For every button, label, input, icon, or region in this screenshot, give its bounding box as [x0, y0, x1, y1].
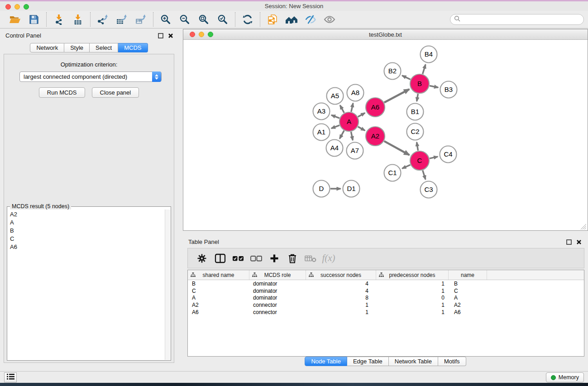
save-floppy-icon[interactable]	[24, 12, 43, 27]
table-row[interactable]: Cdominator41C	[188, 287, 584, 295]
table-cell[interactable]: C	[188, 288, 249, 294]
network-window-titlebar[interactable]: testGlobe.txt	[183, 29, 588, 40]
column-header-MCDS-role[interactable]: MCDS role	[249, 270, 306, 280]
export-table-icon[interactable]	[112, 12, 131, 27]
graph-edge-A-A7[interactable]	[351, 132, 353, 140]
table-cell[interactable]: 1	[306, 309, 376, 315]
tab-network[interactable]: Network	[30, 43, 64, 52]
mcds-result-item[interactable]: A6	[8, 243, 164, 251]
graph-edge-A-A4[interactable]	[339, 131, 344, 139]
table-cell[interactable]: A	[449, 295, 487, 301]
mcds-result-item[interactable]: B	[8, 226, 164, 234]
delete-column-icon[interactable]	[286, 250, 299, 267]
graph-edge-B-B2[interactable]	[402, 76, 410, 80]
table-cell[interactable]: dominator	[249, 295, 306, 301]
column-header-name[interactable]: name	[449, 270, 487, 280]
table-cell[interactable]: 0	[376, 295, 449, 301]
table-row[interactable]: Adominator80A	[188, 295, 584, 302]
graph-edge-B-B3[interactable]	[430, 86, 438, 87]
import-table-icon[interactable]	[68, 12, 87, 27]
zoom-selected-icon[interactable]	[213, 12, 232, 27]
close-table-panel-icon[interactable]	[576, 238, 582, 247]
float-panel-icon[interactable]	[158, 32, 163, 40]
tab-motifs[interactable]: Motifs	[438, 357, 466, 366]
tab-node-table[interactable]: Node Table	[305, 357, 347, 366]
graph-edge-C-C2[interactable]	[417, 142, 418, 151]
graph-edge-A2-C[interactable]	[384, 141, 410, 155]
table-cell[interactable]: 1	[376, 302, 449, 308]
mcds-result-item[interactable]: A2	[8, 210, 164, 218]
table-cell[interactable]: connector	[249, 309, 306, 315]
column-chooser-icon[interactable]	[213, 250, 227, 267]
graph-edge-A-A8[interactable]	[351, 103, 353, 112]
open-folder-icon[interactable]	[5, 12, 24, 27]
tab-select[interactable]: Select	[90, 43, 118, 52]
settings-gear-icon[interactable]	[195, 250, 209, 267]
table-row[interactable]: A6connector11A6	[188, 309, 584, 316]
eye-icon[interactable]	[320, 12, 339, 27]
graph-edge-C-C4[interactable]	[430, 157, 438, 158]
table-cell[interactable]: dominator	[249, 281, 306, 287]
column-header-shared-name[interactable]: shared name	[188, 270, 249, 280]
graph-edge-A-A1[interactable]	[331, 125, 339, 129]
houses-icon[interactable]	[282, 12, 301, 27]
import-network-icon[interactable]	[49, 12, 68, 27]
zoom-in-icon[interactable]	[156, 12, 175, 27]
tab-edge-table[interactable]: Edge Table	[347, 357, 389, 366]
table-cell[interactable]: 1	[306, 302, 376, 308]
table-cell[interactable]: A6	[188, 309, 249, 315]
deselect-all-icon[interactable]	[249, 250, 263, 267]
graph-edge-B-B4[interactable]	[423, 64, 425, 74]
graph-edge-A-A3[interactable]	[331, 115, 339, 118]
search-box[interactable]	[450, 14, 584, 25]
zoom-out-icon[interactable]	[175, 12, 194, 27]
table-cell[interactable]: 4	[306, 281, 376, 287]
column-header-predecessor-nodes[interactable]: predecessor nodes	[376, 270, 449, 280]
close-panel-button[interactable]: Close panel	[92, 87, 139, 98]
export-image-icon[interactable]	[131, 12, 150, 27]
mcds-result-item[interactable]: A	[8, 218, 164, 226]
graph-edge-C-C1[interactable]	[402, 165, 410, 168]
task-history-button[interactable]	[4, 372, 17, 382]
table-cell[interactable]: 1	[376, 288, 449, 294]
tab-network-table[interactable]: Network Table	[389, 357, 438, 366]
search-input[interactable]	[463, 16, 583, 23]
table-row[interactable]: A2connector11A2	[188, 301, 584, 309]
graph-edge-A6-B[interactable]	[384, 89, 409, 102]
run-mcds-button[interactable]: Run MCDS	[39, 87, 85, 98]
criterion-dropdown[interactable]: largest connected component (directed)	[19, 71, 162, 82]
table-cell[interactable]: C	[449, 288, 487, 294]
eye-slash-icon[interactable]	[301, 12, 320, 27]
network-canvas[interactable]: B4B2BB3A8A5A6A3B1AA1C2A2A4A7C4CC1C3DD1	[183, 40, 588, 230]
table-cell[interactable]: 1	[376, 281, 449, 287]
table-cell[interactable]: B	[188, 281, 249, 287]
table-cell[interactable]: B	[449, 281, 487, 287]
column-header-successor-nodes[interactable]: successor nodes	[306, 270, 376, 280]
close-panel-icon[interactable]	[168, 32, 173, 40]
table-cell[interactable]: dominator	[249, 288, 306, 294]
table-cell[interactable]: A2	[188, 302, 249, 308]
select-all-icon[interactable]	[231, 250, 245, 267]
table-cell[interactable]: 8	[306, 295, 376, 301]
result-list-scrollbar[interactable]	[165, 210, 170, 360]
table-cell[interactable]: 4	[306, 288, 376, 294]
graph-edge-A-A6[interactable]	[358, 113, 365, 117]
zoom-fit-icon[interactable]	[194, 12, 213, 27]
table-cell[interactable]: 1	[376, 309, 449, 315]
export-network-icon[interactable]	[93, 12, 112, 27]
table-cell[interactable]: A2	[449, 302, 487, 308]
graph-edge-A-A5[interactable]	[340, 105, 344, 113]
graph-edge-A-A2[interactable]	[358, 127, 365, 131]
tab-style[interactable]: Style	[64, 43, 90, 52]
table-cell[interactable]: connector	[249, 302, 306, 308]
mcds-result-item[interactable]: C	[8, 235, 164, 243]
graph-edge-B-B1[interactable]	[417, 94, 418, 101]
table-cell[interactable]: A6	[449, 309, 487, 315]
resize-grip[interactable]	[581, 224, 587, 229]
table-row[interactable]: Bdominator41B	[188, 280, 584, 287]
refresh-icon[interactable]	[238, 12, 257, 27]
document-share-icon[interactable]	[263, 12, 282, 27]
tab-mcds[interactable]: MCDS	[118, 43, 148, 52]
add-column-icon[interactable]	[268, 250, 281, 267]
table-cell[interactable]: A	[188, 295, 249, 301]
